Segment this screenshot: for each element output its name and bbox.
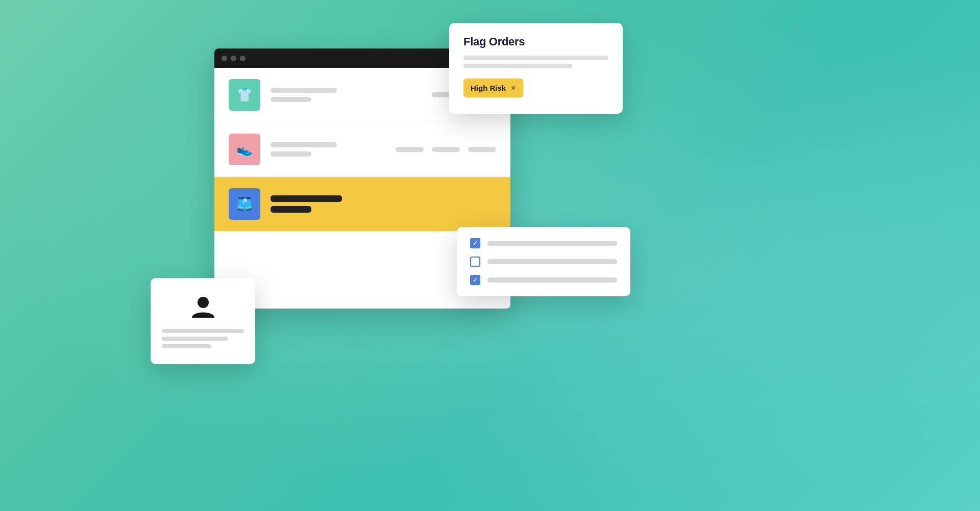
user-profile-card [151,278,255,364]
meta-line-2c [468,147,496,152]
user-line-2 [162,337,228,341]
product-row-2[interactable]: 👟 [214,122,510,177]
meta-line-2b [432,147,460,152]
product-thumb-sneaker: 👟 [229,134,260,165]
product-detail-line-3 [271,206,311,213]
checkbox-label-2 [487,259,617,264]
product-name-line-3 [271,195,342,202]
badge-close-button[interactable]: × [511,84,516,92]
product-meta-2 [396,147,496,152]
user-line-1 [162,329,244,333]
flag-orders-description [463,56,608,68]
product-name-line-1 [271,88,337,93]
browser-dot-1 [222,56,227,61]
product-name-line-2 [271,142,337,147]
checklist-item-1[interactable] [470,238,617,248]
sneaker-icon: 👟 [236,142,253,158]
flag-orders-title: Flag Orders [463,35,608,48]
browser-dot-3 [240,56,246,61]
checklist-item-3[interactable] [470,275,617,285]
product-info-3 [271,195,496,213]
checkbox-3[interactable] [470,275,480,285]
shorts-icon: 🩳 [236,196,253,212]
product-info-1 [271,88,422,102]
user-line-3 [162,344,211,348]
flag-orders-card: Flag Orders High Risk × [449,23,623,114]
desc-line-1 [463,56,608,60]
checkbox-1[interactable] [470,238,480,248]
browser-dot-2 [231,56,236,61]
product-thumb-tshirt: 👕 [229,79,260,111]
checkbox-label-1 [487,241,617,246]
user-text-lines [162,329,244,352]
tshirt-icon: 👕 [236,87,253,103]
meta-line-2a [396,147,424,152]
product-detail-line-1 [271,97,311,102]
svg-point-0 [198,297,209,308]
product-info-2 [271,142,385,157]
high-risk-label: High Risk [471,84,506,92]
checkbox-label-3 [487,277,617,283]
checklist-card [457,227,630,296]
checkbox-2[interactable] [470,257,480,267]
product-thumb-shorts: 🩳 [229,188,260,220]
checklist-item-2[interactable] [470,257,617,267]
product-row-3[interactable]: 🩳 [214,177,510,231]
high-risk-badge[interactable]: High Risk × [463,79,523,97]
desc-line-2 [463,64,572,68]
user-avatar-icon [190,293,216,320]
user-avatar [189,292,217,321]
product-detail-line-2 [271,151,311,157]
